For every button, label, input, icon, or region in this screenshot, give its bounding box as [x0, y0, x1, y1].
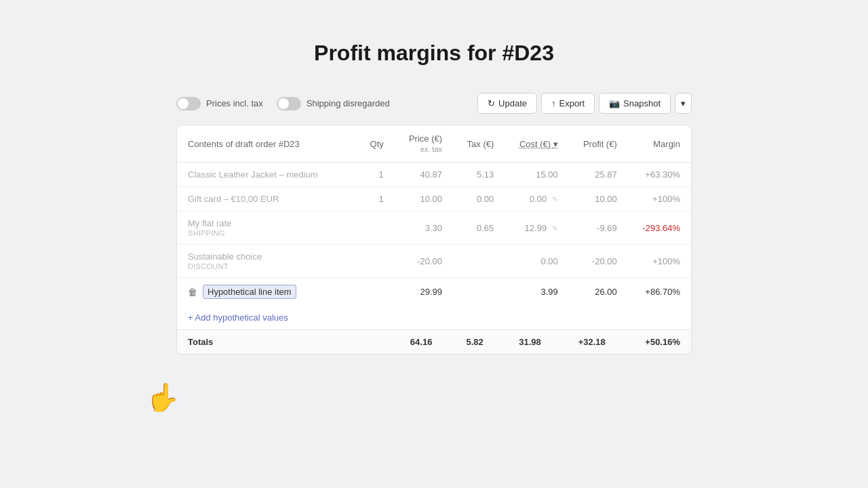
- totals-label: Totals: [177, 330, 357, 354]
- totals-row: Totals 64.16 5.82 31.98 +32.18 +50.16%: [177, 330, 691, 354]
- table-row: Sustainable choiceDISCOUNT -20.00 0.00 -…: [177, 245, 691, 278]
- update-icon: ↻: [488, 98, 495, 108]
- table-header-row: Contents of draft order #D23 Qty Price (…: [177, 125, 691, 163]
- item-name-cell: 🗑 Hypothetical line item: [177, 278, 357, 306]
- item-tax: 0.65: [453, 211, 505, 245]
- col-header-tax: Tax (€): [453, 125, 505, 163]
- item-tax: [453, 278, 505, 306]
- totals-price: 64.16: [385, 330, 443, 354]
- item-margin: +86.70%: [628, 278, 691, 306]
- export-label: Export: [559, 98, 585, 108]
- update-button[interactable]: ↻ Update: [477, 93, 537, 114]
- item-margin: -293.64%: [628, 211, 691, 245]
- col-header-item: Contents of draft order #D23: [177, 125, 357, 163]
- totals-profit: +32.18: [552, 330, 616, 354]
- item-margin: +100%: [628, 245, 691, 278]
- hypothetical-row: 🗑 Hypothetical line item 29.99 3.99 26.0…: [177, 278, 691, 306]
- item-profit: -9.69: [569, 211, 628, 245]
- item-qty: [357, 211, 395, 245]
- item-qty: 1: [357, 187, 395, 211]
- table-row: My flat rateSHIPPING 3.30 0.65 12.99 ✎ -…: [177, 211, 691, 245]
- add-hypothetical-link[interactable]: + Add hypothetical values: [177, 306, 691, 329]
- item-name-cell: Sustainable choiceDISCOUNT: [177, 245, 357, 278]
- item-cost: 3.99: [505, 278, 568, 306]
- col-header-price: Price (€) ex. tax: [395, 125, 453, 163]
- item-profit: 10.00: [569, 187, 628, 211]
- toolbar: Prices incl. tax Shipping disregarded ↻ …: [176, 93, 692, 114]
- edit-cost-icon[interactable]: ✎: [552, 224, 558, 233]
- col-header-margin: Margin: [628, 125, 691, 163]
- totals-cost: 31.98: [494, 330, 552, 354]
- item-cost: 0.00: [505, 245, 568, 278]
- export-button[interactable]: ↑ Export: [541, 93, 595, 114]
- snapshot-dropdown[interactable]: ▾: [675, 93, 692, 114]
- snapshot-label: Snapshot: [623, 98, 660, 108]
- table-row: Classic Leather Jacket – medium 1 40.87 …: [177, 163, 691, 187]
- item-tax: 0.00: [453, 187, 505, 211]
- col-header-qty: Qty: [357, 125, 395, 163]
- item-price: 10.00: [395, 187, 453, 211]
- prices-toggle-group: Prices incl. tax: [176, 97, 263, 110]
- cursor-pointer-icon: 👆: [146, 382, 180, 413]
- item-qty: [357, 245, 395, 278]
- item-qty: [357, 278, 395, 306]
- item-profit: 26.00: [569, 278, 628, 306]
- item-tax: [453, 245, 505, 278]
- update-label: Update: [498, 98, 527, 108]
- item-name-cell: Gift card – €10,00 EUR: [177, 187, 357, 211]
- hypothetical-item-name: Hypothetical line item: [203, 285, 296, 299]
- item-margin: +100%: [628, 187, 691, 211]
- prices-toggle[interactable]: [176, 97, 201, 110]
- col-header-profit: Profit (€): [569, 125, 628, 163]
- cost-sort-icon: ▾: [553, 139, 558, 149]
- item-qty: 1: [357, 163, 395, 187]
- col-header-cost[interactable]: Cost (€) ▾: [505, 125, 568, 163]
- trash-icon[interactable]: 🗑: [188, 287, 197, 298]
- item-tax: 5.13: [453, 163, 505, 187]
- edit-cost-icon[interactable]: ✎: [552, 195, 558, 204]
- toolbar-left: Prices incl. tax Shipping disregarded: [176, 97, 390, 110]
- item-cost: 15.00: [505, 163, 568, 187]
- item-cost: 12.99 ✎: [505, 211, 568, 245]
- profit-table: Contents of draft order #D23 Qty Price (…: [177, 125, 691, 306]
- totals-tax: 5.82: [443, 330, 494, 354]
- item-name-cell: Classic Leather Jacket – medium: [177, 163, 357, 187]
- item-profit: 25.87: [569, 163, 628, 187]
- item-price: 3.30: [395, 211, 453, 245]
- shipping-toggle[interactable]: [277, 97, 301, 110]
- shipping-toggle-label: Shipping disregarded: [307, 98, 390, 108]
- totals-qty: [357, 330, 385, 354]
- snapshot-button[interactable]: 📷 Snapshot: [599, 93, 671, 114]
- shipping-toggle-group: Shipping disregarded: [277, 97, 390, 110]
- profit-table-container: Contents of draft order #D23 Qty Price (…: [176, 125, 692, 354]
- prices-toggle-label: Prices incl. tax: [206, 98, 263, 108]
- page-title: Profit margins for #D23: [314, 41, 554, 66]
- toolbar-right: ↻ Update ↑ Export 📷 Snapshot ▾: [477, 93, 692, 114]
- item-price: 29.99: [395, 278, 453, 306]
- chevron-down-icon: ▾: [681, 98, 686, 108]
- export-icon: ↑: [551, 98, 556, 108]
- totals-margin: +50.16%: [616, 330, 691, 354]
- item-price: -20.00: [395, 245, 453, 278]
- main-container: Prices incl. tax Shipping disregarded ↻ …: [176, 93, 692, 354]
- item-profit: -20.00: [569, 245, 628, 278]
- totals-table: Totals 64.16 5.82 31.98 +32.18 +50.16%: [177, 329, 691, 354]
- item-name-cell: My flat rateSHIPPING: [177, 211, 357, 245]
- table-row: Gift card – €10,00 EUR 1 10.00 0.00 0.00…: [177, 187, 691, 211]
- snapshot-icon: 📷: [609, 98, 620, 108]
- item-cost: 0.00 ✎: [505, 187, 568, 211]
- item-margin: +63.30%: [628, 163, 691, 187]
- item-price: 40.87: [395, 163, 453, 187]
